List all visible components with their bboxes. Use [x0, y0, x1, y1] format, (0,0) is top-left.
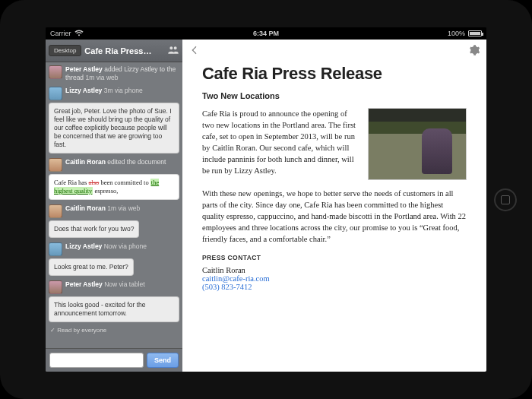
carrier-label: Carrier — [50, 30, 71, 37]
document-body[interactable]: Cafe Ria Press Release Two New Locations… — [182, 62, 486, 300]
document-diff[interactable]: Cafe Ria has also been committed to the … — [49, 174, 179, 200]
thread-entry: Peter Astley added Lizzy Astley to the t… — [49, 65, 179, 82]
battery-percent: 100% — [448, 30, 465, 37]
timestamp: 1m via web — [107, 204, 140, 212]
doc-title: Cafe Ria Press Release — [202, 64, 467, 84]
avatar[interactable] — [49, 87, 62, 100]
avatar[interactable] — [49, 242, 62, 256]
timestamp: 1m via web — [85, 74, 118, 81]
wifi-icon — [74, 30, 84, 38]
status-bar: Carrier 6:34 PM 100% — [46, 27, 486, 40]
gear-icon[interactable] — [468, 44, 480, 58]
app: Desktop Cafe Ria Press… Peter Astley add… — [46, 40, 486, 372]
avatar[interactable] — [49, 204, 62, 218]
contact-name: Caitlin Roran — [202, 266, 467, 274]
doc-paragraph: Cafe Ria is proud to announce the openin… — [202, 108, 360, 180]
sidebar-header: Desktop Cafe Ria Press… — [46, 40, 182, 62]
diff-deleted: also — [89, 179, 100, 186]
message-bubble[interactable]: Looks great to me. Peter? — [49, 258, 134, 276]
message-bubble[interactable]: This looks good - excited for the announ… — [49, 296, 179, 322]
user-name[interactable]: Caitlin Roran — [65, 204, 106, 212]
user-name[interactable]: Lizzy Astley — [65, 242, 102, 250]
battery-icon — [468, 30, 482, 36]
document-pane: Cafe Ria Press Release Two New Locations… — [182, 40, 486, 372]
thread-entry: Lizzy Astley Now via phone Looks great t… — [49, 242, 179, 276]
back-button[interactable] — [188, 44, 201, 58]
message-input[interactable] — [49, 353, 144, 368]
diff-text: Cafe Ria has — [54, 179, 89, 186]
timestamp: 3m via phone — [104, 87, 143, 94]
thread-entry: Caitlin Roran 1m via web Does that work … — [49, 204, 179, 238]
composer: Send — [46, 348, 182, 372]
thread-entry: Lizzy Astley 3m via phone Great job, Pet… — [49, 87, 179, 154]
tablet-frame: Carrier 6:34 PM 100% Desktop Cafe Ria Pr… — [0, 0, 532, 399]
doc-subtitle: Two New Locations — [202, 91, 467, 100]
clock: 6:34 PM — [253, 30, 279, 37]
doc-photo[interactable] — [368, 108, 467, 180]
thread: Peter Astley added Lizzy Astley to the t… — [46, 62, 182, 348]
user-name[interactable]: Lizzy Astley — [65, 87, 102, 94]
contact-phone-link[interactable]: (503) 823-7412 — [202, 283, 467, 291]
send-button[interactable]: Send — [147, 353, 179, 368]
user-name[interactable]: Peter Astley — [65, 65, 103, 73]
timestamp: Now via phone — [104, 242, 147, 250]
screen: Carrier 6:34 PM 100% Desktop Cafe Ria Pr… — [46, 27, 486, 372]
read-receipt: Read by everyone — [50, 327, 179, 334]
doc-toolbar — [182, 40, 486, 62]
diff-text: espresso, — [93, 187, 118, 195]
user-name[interactable]: Caitlin Roran — [65, 158, 106, 166]
desktop-button[interactable]: Desktop — [49, 45, 81, 56]
home-button[interactable] — [494, 188, 517, 211]
user-name[interactable]: Peter Astley — [65, 280, 103, 288]
message-bubble[interactable]: Great job, Peter. Love the photo of Sue.… — [49, 103, 179, 154]
doc-paragraph: With these new openings, we hope to bett… — [202, 188, 467, 245]
thread-entry: Caitlin Roran edited the document Cafe R… — [49, 158, 179, 200]
message-bubble[interactable]: Does that work for you two? — [49, 220, 139, 238]
sidebar-doc-title[interactable]: Cafe Ria Press… — [84, 46, 164, 55]
avatar[interactable] — [49, 280, 62, 294]
press-contact-label: PRESS CONTACT — [202, 254, 467, 261]
contact-email-link[interactable]: caitlin@cafe-ria.com — [202, 274, 467, 283]
avatar[interactable] — [49, 65, 62, 79]
avatar[interactable] — [49, 158, 62, 172]
activity-text: edited the document — [107, 158, 166, 166]
diff-text: been committed to — [99, 179, 150, 186]
people-icon[interactable] — [167, 44, 179, 58]
thread-entry: Peter Astley Now via tablet This looks g… — [49, 280, 179, 322]
timestamp: Now via tablet — [104, 280, 144, 288]
sidebar: Desktop Cafe Ria Press… Peter Astley add… — [46, 40, 182, 372]
